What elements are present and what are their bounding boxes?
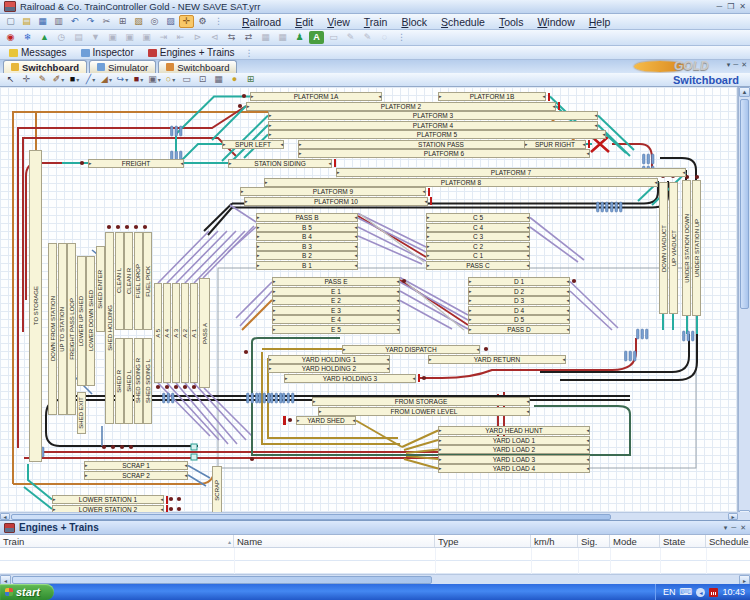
menu-edit[interactable]: Edit	[295, 16, 313, 28]
track-block[interactable]: A 2	[181, 283, 189, 383]
track-block[interactable]: E 4	[272, 315, 400, 324]
canvas-horizontal-scrollbar[interactable]: ◂ ▸	[0, 512, 738, 520]
panel-minimize-button[interactable]: ─	[731, 524, 736, 532]
panel-close-button[interactable]: ✕	[740, 524, 746, 532]
menu-block[interactable]: Block	[401, 16, 427, 28]
close-button[interactable]: ✕	[739, 2, 746, 11]
track-block[interactable]: STATION SIDING	[228, 159, 332, 168]
track-block[interactable]: PLATFORM 1A	[250, 92, 382, 101]
menu-railroad[interactable]: Railroad	[242, 16, 281, 28]
track-block[interactable]: LOWER DOWN SHED	[86, 256, 95, 386]
probe-icon[interactable]: ✛	[19, 73, 34, 86]
track-block[interactable]: E 2	[272, 296, 400, 305]
route-d-icon[interactable]: ⊲	[207, 31, 222, 44]
route-a-icon[interactable]: ⇥	[156, 31, 171, 44]
track-block[interactable]: SHED L	[124, 338, 133, 424]
track-block[interactable]: SCRAP	[212, 466, 222, 512]
line-tool-icon[interactable]: ╱▾	[83, 73, 98, 86]
start-button[interactable]: start	[0, 584, 54, 600]
properties-icon[interactable]: ▨	[163, 15, 178, 28]
switchboard-canvas[interactable]: PLATFORM 1APLATFORM 1BPLATFORM 2PLATFORM…	[0, 87, 738, 512]
menu-help[interactable]: Help	[589, 16, 611, 28]
undo-icon[interactable]: ↶	[67, 15, 82, 28]
brush-icon[interactable]: ✐▾	[51, 73, 66, 86]
inspector-toggle-button[interactable]: Inspector	[75, 46, 140, 60]
track-block[interactable]: PLATFORM 8	[264, 178, 658, 187]
track-block[interactable]: TO STORAGE	[29, 150, 42, 462]
minimize-button[interactable]: ─	[716, 2, 722, 11]
route-c-icon[interactable]: ⊳	[190, 31, 205, 44]
hide-icons-chevron-icon[interactable]: ◂	[696, 588, 705, 597]
highlight-a-icon[interactable]: A	[309, 31, 324, 44]
tab-menu-button[interactable]: ▾	[727, 61, 731, 69]
engines-trains-toggle-button[interactable]: Engines + Trains	[142, 46, 241, 60]
tab-switchboard-0[interactable]: Switchboard	[3, 60, 87, 73]
track-block[interactable]: DOWN VIADUCT	[659, 182, 668, 314]
power-on-icon[interactable]: ▲	[37, 31, 52, 44]
canvas-vertical-scrollbar[interactable]: ▲ ▼	[738, 87, 750, 520]
menu-window[interactable]: Window	[537, 16, 574, 28]
track-block[interactable]: SHED HOLDING	[105, 232, 114, 424]
brush-dropdown-caret-icon[interactable]: ▾	[61, 77, 64, 83]
track-block[interactable]: A 4	[163, 283, 171, 383]
track-block[interactable]: FREIGHT	[88, 159, 184, 168]
trains-table-body[interactable]	[0, 548, 750, 574]
track-block[interactable]: YARD SHED	[296, 416, 356, 425]
track-block[interactable]: D 2	[468, 287, 570, 296]
block-a-icon[interactable]: ▣	[105, 31, 120, 44]
swap-b-icon[interactable]: ⇄	[241, 31, 256, 44]
track-block[interactable]: CLEAN L	[115, 232, 124, 330]
small-box-icon[interactable]: ⊡	[195, 73, 210, 86]
track-block[interactable]: LOWER STATION 2	[52, 505, 164, 513]
cut-icon[interactable]: ✂	[99, 15, 114, 28]
track-block[interactable]: LOWER STATION 1	[52, 495, 164, 504]
block-c-icon[interactable]: ▣	[139, 31, 154, 44]
menu-view[interactable]: View	[327, 16, 350, 28]
curve-tool-icon[interactable]: ↪▾	[115, 73, 130, 86]
track-block[interactable]: YARD LOAD 2	[438, 445, 590, 454]
column-header-mode[interactable]: Mode	[610, 535, 660, 547]
track-block[interactable]: D 1	[468, 277, 570, 286]
track-block[interactable]: SHED EXIT	[77, 392, 86, 434]
track-block[interactable]: B 2	[256, 251, 358, 260]
track-block[interactable]: B 4	[256, 232, 358, 241]
track-block[interactable]: UP TO STATION	[58, 243, 67, 415]
track-block[interactable]: YARD HOLDING 2	[268, 364, 390, 373]
track-block[interactable]: PASS C	[426, 261, 530, 270]
settings-gear-icon[interactable]: ⚙	[195, 15, 210, 28]
line-tool-dropdown-caret-icon[interactable]: ▾	[92, 77, 95, 83]
note-icon[interactable]: ▭	[326, 31, 341, 44]
help-what-icon[interactable]: ◌	[377, 31, 392, 44]
signal-a-icon[interactable]: ▤	[71, 31, 86, 44]
track-block[interactable]: CLEAN R	[124, 232, 133, 330]
track-block[interactable]: FUEL PICK	[143, 232, 152, 330]
track-block[interactable]: E 3	[272, 306, 400, 315]
lamp-icon[interactable]: ●	[227, 73, 242, 86]
track-block[interactable]: YARD HOLDING 1	[268, 355, 390, 364]
track-block[interactable]: PASS A	[199, 278, 210, 388]
redo-icon[interactable]: ↷	[83, 15, 98, 28]
track-block[interactable]: FROM LOWER LEVEL	[318, 407, 530, 416]
track-block[interactable]: C 2	[426, 242, 530, 251]
color-dark-dropdown-caret-icon[interactable]: ▾	[140, 77, 143, 83]
signal-b-icon[interactable]: ▼	[88, 31, 103, 44]
fill-tool-dropdown-caret-icon[interactable]: ▾	[109, 77, 112, 83]
tab-switchboard-2[interactable]: Switchboard	[158, 60, 237, 73]
new-file-icon[interactable]: ▢	[3, 15, 18, 28]
freeze-icon[interactable]: ❄	[20, 31, 35, 44]
track-block[interactable]: SHED SIDING R	[134, 338, 143, 424]
block-b-icon[interactable]: ▣	[122, 31, 137, 44]
track-block[interactable]: YARD HEAD HUNT	[438, 426, 590, 435]
track-block[interactable]: SHED ENTER	[96, 246, 105, 332]
track-block[interactable]: FROM STORAGE	[312, 397, 530, 406]
column-header-state[interactable]: State	[660, 535, 706, 547]
flag-icon[interactable]: ♟	[292, 31, 307, 44]
color-dark-icon[interactable]: ■▾	[131, 73, 146, 86]
grid-a-icon[interactable]: ▦	[258, 31, 273, 44]
print-icon[interactable]: ▥	[51, 15, 66, 28]
track-block[interactable]: E 5	[272, 325, 400, 334]
track-block[interactable]: PLATFORM 4	[268, 121, 598, 130]
grid-b-icon[interactable]: ▦	[275, 31, 290, 44]
track-block[interactable]: YARD RETURN	[428, 355, 566, 364]
track-block[interactable]: D 4	[468, 306, 570, 315]
